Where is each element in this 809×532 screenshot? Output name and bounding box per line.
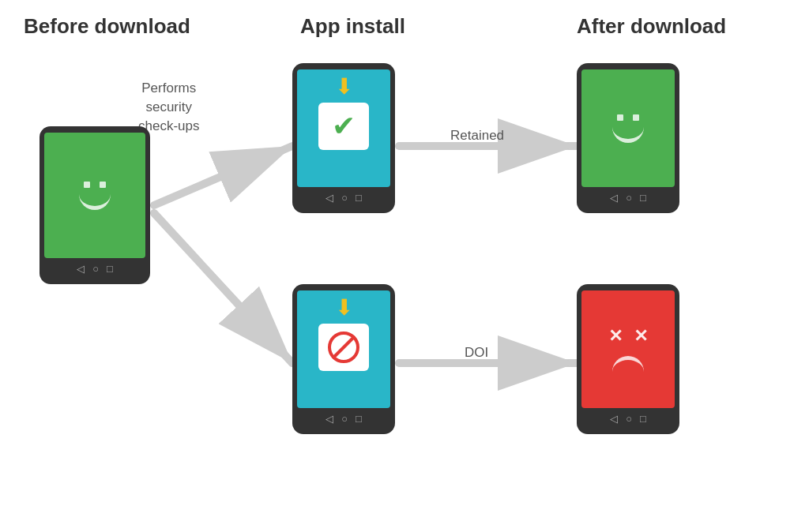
before-smiley-mouth [79,194,111,210]
install-bottom-box [318,324,369,371]
after-top-phone: ◁ ○ □ [577,63,679,213]
diagram-container: Before download App install After downlo… [0,0,809,532]
retained-label: Retained [450,128,504,144]
install-bottom-nav-back: ◁ [325,413,333,425]
install-top-nav-recent: □ [356,192,362,204]
nav-home-icon: ○ [92,263,99,275]
header-after: After download [577,14,726,39]
block-icon [327,331,360,364]
after-top-screen [581,69,675,187]
install-bottom-phone: ⬇ ◁ ○ □ [292,284,395,434]
install-bottom-nav-recent: □ [356,413,362,425]
after-bottom-screen: ✕ ✕ [581,290,675,408]
after-bottom-nav-back: ◁ [610,413,618,425]
nav-back-icon: ◁ [77,263,85,275]
after-bottom-sad-face: ✕ ✕ [581,290,675,408]
after-bottom-nav: ◁ ○ □ [581,408,675,426]
install-top-box: ✔ [318,103,369,150]
download-arrow-bottom: ⬇ [335,297,353,319]
install-bottom-screen: ⬇ [297,290,390,408]
before-phone-container: ◁ ○ □ [40,126,150,284]
before-phone: ◁ ○ □ [40,126,150,284]
after-bottom-container: ✕ ✕ ◁ ○ □ [577,284,679,434]
after-top-container: ◁ ○ □ [577,63,679,213]
checkmark-icon: ✔ [332,112,356,140]
download-arrow-top: ⬇ [335,76,353,98]
after-top-nav: ◁ ○ □ [581,187,675,205]
install-top-content: ⬇ ✔ [297,69,390,187]
install-bottom-nav-home: ○ [341,413,348,425]
after-bottom-nav-recent: □ [640,413,646,425]
after-top-nav-home: ○ [626,192,632,204]
svg-line-6 [333,336,355,358]
install-top-phone: ⬇ ✔ ◁ ○ □ [292,63,395,213]
sad-eye-right: ✕ [634,328,648,345]
install-top-screen: ⬇ ✔ [297,69,390,187]
install-bottom-nav: ◁ ○ □ [297,408,390,426]
install-top-nav-home: ○ [341,192,348,204]
before-smiley [44,133,145,258]
sad-eye-left: ✕ [608,328,623,345]
after-top-nav-recent: □ [640,192,646,204]
smiley-eye-right [100,182,106,188]
nav-recent-icon: □ [107,263,113,275]
install-top-container: ⬇ ✔ ◁ ○ □ [292,63,395,213]
after-bottom-phone: ✕ ✕ ◁ ○ □ [577,284,679,434]
after-top-eyes [617,114,639,121]
after-bottom-nav-home: ○ [626,413,632,425]
install-bottom-container: ⬇ ◁ ○ □ [292,284,395,434]
after-top-nav-back: ◁ [610,192,618,204]
before-smiley-eyes [84,182,106,188]
install-top-nav-back: ◁ [325,192,333,204]
header-before: Before download [24,14,190,39]
after-top-smiley [581,69,675,187]
svg-line-1 [154,146,292,205]
after-top-eye-left [617,114,623,121]
before-phone-nav: ◁ ○ □ [44,258,145,276]
sad-eyes: ✕ ✕ [608,328,648,345]
after-top-eye-right [633,114,639,121]
sad-mouth [612,356,644,372]
before-phone-screen [44,133,145,258]
install-top-nav: ◁ ○ □ [297,187,390,205]
doi-label: DOI [465,345,488,361]
after-top-mouth [612,127,644,143]
svg-line-2 [154,213,292,363]
header-install: App install [300,14,405,39]
install-bottom-content: ⬇ [297,290,390,408]
smiley-eye-left [84,182,90,188]
